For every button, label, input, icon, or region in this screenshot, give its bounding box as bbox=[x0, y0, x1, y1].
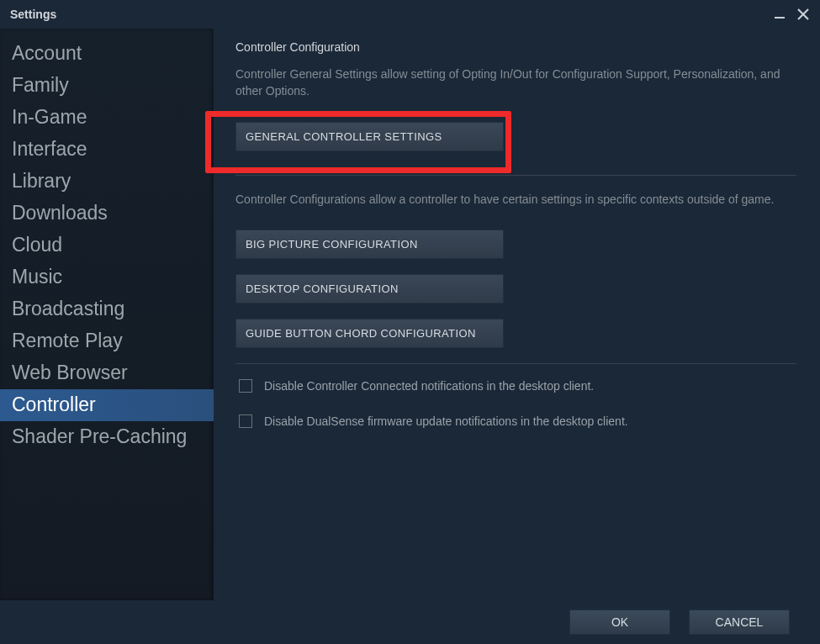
checkbox-label: Disable DualSense firmware update notifi… bbox=[264, 414, 628, 428]
disable-connected-notifications-checkbox[interactable] bbox=[239, 379, 252, 393]
sidebar-item-in-game[interactable]: In-Game bbox=[0, 101, 214, 133]
sidebar-item-controller[interactable]: Controller bbox=[0, 389, 214, 421]
sidebar-item-library[interactable]: Library bbox=[0, 165, 214, 197]
sidebar-item-account[interactable]: Account bbox=[0, 37, 214, 69]
sidebar-item-shader-pre-caching[interactable]: Shader Pre-Caching bbox=[0, 421, 214, 453]
sidebar-item-downloads[interactable]: Downloads bbox=[0, 197, 214, 229]
close-icon[interactable] bbox=[795, 6, 812, 23]
general-settings-description: Controller General Settings allow settin… bbox=[235, 66, 796, 100]
sidebar-item-cloud[interactable]: Cloud bbox=[0, 229, 214, 261]
sidebar-item-broadcasting[interactable]: Broadcasting bbox=[0, 293, 214, 325]
sidebar-item-web-browser[interactable]: Web Browser bbox=[0, 356, 214, 388]
checkbox-label: Disable Controller Connected notificatio… bbox=[264, 379, 594, 393]
disable-dualsense-firmware-checkbox[interactable] bbox=[239, 414, 252, 428]
checkbox-row-disable-connected: Disable Controller Connected notificatio… bbox=[239, 379, 796, 393]
body-area: Account Family In-Game Interface Library… bbox=[0, 29, 820, 600]
divider bbox=[235, 363, 796, 364]
sidebar-item-remote-play[interactable]: Remote Play bbox=[0, 325, 214, 356]
window-controls bbox=[771, 6, 812, 23]
settings-sidebar: Account Family In-Game Interface Library… bbox=[0, 29, 214, 600]
content-panel: Controller Configuration Controller Gene… bbox=[214, 29, 820, 600]
dialog-footer: OK CANCEL bbox=[0, 600, 820, 644]
sidebar-item-family[interactable]: Family bbox=[0, 69, 214, 101]
divider bbox=[235, 175, 796, 176]
sidebar-item-interface[interactable]: Interface bbox=[0, 133, 214, 165]
general-controller-settings-button[interactable]: GENERAL CONTROLLER SETTINGS bbox=[235, 122, 504, 151]
controller-configs-description: Controller Configurations allow a contro… bbox=[235, 191, 796, 208]
big-picture-configuration-button[interactable]: BIG PICTURE CONFIGURATION bbox=[235, 230, 504, 259]
ok-button[interactable]: OK bbox=[569, 610, 670, 635]
window-title: Settings bbox=[10, 8, 56, 21]
minimize-icon[interactable] bbox=[771, 6, 788, 23]
guide-button-chord-configuration-button[interactable]: GUIDE BUTTON CHORD CONFIGURATION bbox=[235, 319, 504, 348]
sidebar-item-music[interactable]: Music bbox=[0, 261, 214, 293]
page-title: Controller Configuration bbox=[235, 40, 796, 54]
desktop-configuration-button[interactable]: DESKTOP CONFIGURATION bbox=[235, 274, 504, 304]
title-bar: Settings bbox=[0, 0, 820, 29]
checkbox-row-disable-dualsense: Disable DualSense firmware update notifi… bbox=[239, 414, 796, 428]
cancel-button[interactable]: CANCEL bbox=[689, 610, 790, 635]
